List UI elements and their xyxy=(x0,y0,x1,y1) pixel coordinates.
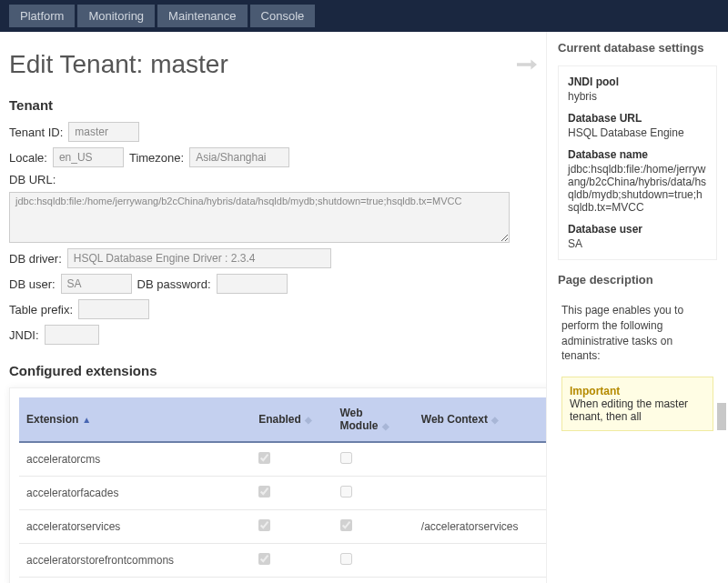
enabled-checkbox[interactable] xyxy=(258,553,270,565)
table-row: acceleratorfacades xyxy=(19,477,600,510)
db-user-label: Database user xyxy=(568,223,707,236)
arrow-right-icon[interactable] xyxy=(517,56,537,73)
db-name-value: jdbc:hsqldb:file:/home/jerrywang/b2cChin… xyxy=(568,163,707,214)
nav-maintenance[interactable]: Maintenance xyxy=(157,5,247,27)
jndi-input[interactable] xyxy=(45,325,99,345)
page-desc-title: Page description xyxy=(558,273,717,286)
sort-asc-icon: ▲ xyxy=(82,415,91,425)
tableprefix-label: Table prefix: xyxy=(9,303,73,317)
jndi-label: JNDI: xyxy=(9,328,39,342)
dbdriver-label: DB driver: xyxy=(9,252,62,266)
col-enabled[interactable]: Enabled◆ xyxy=(251,397,332,442)
sidebar-scrollbar-thumb[interactable] xyxy=(717,403,726,430)
nav-platform[interactable]: Platform xyxy=(9,5,75,27)
webmodule-checkbox[interactable] xyxy=(340,519,352,531)
sort-icon: ◆ xyxy=(382,421,389,431)
ext-enabled xyxy=(251,442,332,477)
extensions-panel: Extension▲ Enabled◆ Web Module◆ Web Cont… xyxy=(9,387,610,583)
sort-icon: ◆ xyxy=(491,415,499,425)
locale-label: Locale: xyxy=(9,151,47,165)
sort-icon: ◆ xyxy=(305,415,312,425)
tenant-id-input[interactable] xyxy=(68,122,139,142)
nav-monitoring[interactable]: Monitoring xyxy=(77,5,155,27)
col-extension[interactable]: Extension▲ xyxy=(19,397,251,442)
sidebar: Current database settings JNDI pool hybr… xyxy=(546,32,728,583)
enabled-checkbox[interactable] xyxy=(258,452,270,464)
dbdriver-input[interactable] xyxy=(67,248,331,268)
ext-name: acceleratorcms xyxy=(19,442,251,477)
db-settings-panel: JNDI pool hybris Database URL HSQL Datab… xyxy=(558,65,717,260)
table-row: acceleratorcms xyxy=(19,442,600,477)
page-desc-text: This page enables you to perform the fol… xyxy=(561,303,713,364)
webmodule-checkbox[interactable] xyxy=(340,452,352,464)
db-user-value: SA xyxy=(568,237,707,250)
dburl-textarea[interactable]: jdbc:hsqldb:file:/home/jerrywang/b2cChin… xyxy=(9,192,510,243)
ext-enabled xyxy=(251,544,332,578)
table-row: acceleratorservices/acceleratorservices xyxy=(19,510,600,544)
db-settings-title: Current database settings xyxy=(558,41,717,55)
webmodule-checkbox[interactable] xyxy=(340,553,352,565)
ext-webmodule xyxy=(333,544,414,578)
tenant-heading: Tenant xyxy=(9,97,537,113)
dbuser-input[interactable] xyxy=(61,274,132,294)
locale-input[interactable] xyxy=(53,147,124,167)
page-title: Edit Tenant: master xyxy=(9,50,537,79)
ext-name: acceleratorservices xyxy=(19,510,251,544)
ext-webmodule xyxy=(333,477,414,510)
tenant-id-label: Tenant ID: xyxy=(9,126,63,139)
top-nav: Platform Monitoring Maintenance Console xyxy=(0,0,728,32)
timezone-input[interactable] xyxy=(189,147,289,167)
dbpass-input[interactable] xyxy=(217,274,288,294)
dbuser-label: DB user: xyxy=(9,277,56,291)
ext-webmodule xyxy=(333,442,414,477)
db-name-label: Database name xyxy=(568,148,707,161)
extensions-heading: Configured extensions xyxy=(9,363,537,378)
db-url-label: Database URL xyxy=(568,112,707,125)
timezone-label: Timezone: xyxy=(129,151,184,165)
enabled-checkbox[interactable] xyxy=(258,519,270,531)
ext-enabled xyxy=(251,510,332,544)
important-text: When editing the master tenant, then all xyxy=(570,397,705,423)
ext-name: acceleratorfacades xyxy=(19,477,251,510)
table-row: acceleratorstorefrontcommons xyxy=(19,544,600,578)
ext-name: acceleratorstorefrontcommons xyxy=(19,544,251,578)
important-label: Important xyxy=(570,385,620,397)
important-note: Important When editing the master tenant… xyxy=(561,377,713,431)
dburl-label: DB URL: xyxy=(9,173,56,186)
ext-enabled xyxy=(251,477,332,510)
nav-console[interactable]: Console xyxy=(250,5,316,27)
jndi-pool-value: hybris xyxy=(568,90,707,103)
dbpass-label: DB password: xyxy=(137,277,211,291)
enabled-checkbox[interactable] xyxy=(258,486,270,498)
page-title-text: Edit Tenant: master xyxy=(9,50,228,79)
tableprefix-input[interactable] xyxy=(78,299,149,319)
col-webmodule[interactable]: Web Module◆ xyxy=(333,397,414,442)
main-content: Edit Tenant: master Tenant Tenant ID: Lo… xyxy=(0,32,546,583)
page-desc-panel: This page enables you to perform the fol… xyxy=(558,297,717,437)
jndi-pool-label: JNDI pool xyxy=(568,75,707,88)
db-url-value: HSQL Database Engine xyxy=(568,126,707,139)
ext-webmodule xyxy=(333,510,414,544)
extensions-table: Extension▲ Enabled◆ Web Module◆ Web Cont… xyxy=(19,397,600,578)
webmodule-checkbox[interactable] xyxy=(340,486,352,498)
